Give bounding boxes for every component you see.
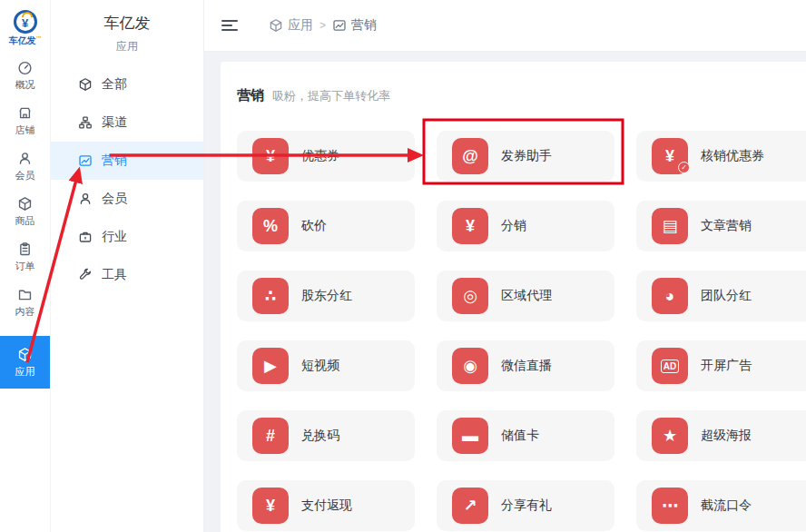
app-card-12[interactable]: AD开屏广告 [636, 340, 806, 391]
value-card-icon: ▬ [452, 418, 488, 454]
app-card-8[interactable]: ◎区域代理 [437, 271, 614, 321]
cube-icon [269, 18, 283, 33]
network-icon [78, 115, 93, 130]
breadcrumb-label: 应用 [288, 17, 313, 34]
topbar: 应用>营销 [204, 0, 806, 52]
breadcrumb-item-2[interactable]: 营销 [332, 17, 377, 34]
chart-icon [78, 153, 93, 168]
cube-icon [17, 196, 33, 212]
price-tag-icon: % [252, 208, 289, 244]
app-card-15[interactable]: ★超级海报 [636, 410, 806, 461]
coupon-verify-icon: ¥✓ [652, 138, 688, 174]
sidebar-item-6[interactable]: 工具 [51, 256, 203, 294]
cashback-icon: ¥ [252, 488, 289, 524]
live-stream-icon: ◉ [452, 348, 488, 384]
sidebar-title: 车亿发 [51, 13, 203, 34]
pie-chart-icon: ◕ [652, 278, 688, 314]
section-header: 营销 吸粉，提高下单转化率 [237, 87, 806, 104]
app-card-label: 分销 [501, 218, 526, 234]
rail-item-5[interactable]: 订单 [0, 234, 50, 280]
rail-item-7[interactable]: 应用 [0, 336, 50, 389]
app-card-10[interactable]: ▶短视频 [237, 340, 415, 391]
app-card-label: 兑换码 [301, 428, 339, 444]
person-icon [17, 151, 33, 166]
app-card-18[interactable]: ⋯截流口令 [636, 480, 806, 531]
rail-item-3[interactable]: 会员 [0, 143, 50, 189]
app-card-3[interactable]: ¥✓核销优惠券 [636, 131, 806, 182]
chat-code-icon: ⋯ [652, 488, 688, 524]
app-card-9[interactable]: ◕团队分红 [636, 271, 806, 321]
sidebar-item-label: 行业 [102, 229, 127, 245]
section-title: 营销 [237, 87, 264, 104]
sidebar-item-label: 营销 [102, 153, 127, 169]
app-card-7[interactable]: ∴股东分红 [237, 271, 415, 321]
sidebar-item-2[interactable]: 渠道 [51, 103, 203, 142]
article-icon: ▤ [652, 208, 688, 244]
clipboard-icon [17, 241, 33, 257]
brand-logo-icon: ¥ [14, 10, 37, 34]
sidebar-item-label: 全部 [102, 76, 127, 93]
rail-item-label: 商品 [15, 214, 35, 228]
icon-rail: ¥ 车亿发™ 概况店铺会员商品订单内容应用 [0, 0, 51, 532]
brand-logo[interactable]: ¥ 车亿发™ [0, 0, 50, 53]
app-card-17[interactable]: ↗分享有礼 [437, 480, 614, 531]
sidebar-item-4[interactable]: 会员 [51, 180, 203, 218]
content-panel: 营销 吸粉，提高下单转化率 ¥优惠券@发券助手¥✓核销优惠券%砍价¥分销▤文章营… [221, 62, 806, 532]
app-card-1[interactable]: ¥优惠券 [237, 131, 415, 182]
rail-item-label: 订单 [15, 260, 35, 273]
app-card-5[interactable]: ¥分销 [437, 201, 614, 251]
app-card-label: 优惠券 [301, 148, 339, 164]
cube-icon [78, 77, 93, 92]
app-card-label: 开屏广告 [701, 358, 752, 374]
app-card-14[interactable]: ▬储值卡 [437, 410, 614, 461]
rail-item-2[interactable]: 店铺 [0, 98, 50, 143]
app-card-label: 微信直播 [501, 358, 552, 374]
sidebar-item-3[interactable]: 营销 [51, 142, 203, 180]
app-card-13[interactable]: #兑换码 [237, 410, 415, 461]
app-card-4[interactable]: %砍价 [237, 201, 415, 251]
hand-coins-icon: ∴ [252, 278, 289, 314]
coupon-send-icon: @ [452, 138, 488, 174]
app-grid: ¥优惠券@发券助手¥✓核销优惠券%砍价¥分销▤文章营销∴股东分红◎区域代理◕团队… [237, 131, 806, 531]
app-card-label: 文章营销 [701, 218, 752, 234]
rail-item-label: 店铺 [15, 123, 35, 137]
person-icon [78, 192, 93, 206]
app-card-2[interactable]: @发券助手 [437, 131, 614, 182]
sidebar-item-label: 渠道 [102, 114, 127, 131]
rail-item-6[interactable]: 内容 [0, 280, 50, 325]
app-card-label: 股东分红 [301, 288, 352, 304]
rail-item-label: 会员 [15, 169, 35, 182]
app-card-label: 砍价 [301, 218, 327, 234]
rail-item-label: 概况 [15, 78, 35, 92]
coin-stack-icon: ◎ [452, 278, 488, 314]
app-card-16[interactable]: ¥支付返现 [237, 480, 415, 531]
sidebar-item-5[interactable]: 行业 [51, 218, 203, 256]
app-card-label: 核销优惠券 [701, 148, 764, 164]
app-card-label: 发券助手 [501, 148, 552, 164]
sidebar-item-label: 会员 [102, 191, 127, 207]
secondary-sidebar: 车亿发 应用 全部渠道营销会员行业工具 [51, 0, 204, 532]
store-icon [17, 105, 33, 121]
app-card-6[interactable]: ▤文章营销 [636, 201, 806, 251]
page-background: 营销 吸粉，提高下单转化率 ¥优惠券@发券助手¥✓核销优惠券%砍价¥分销▤文章营… [204, 52, 806, 532]
collapse-menu-icon[interactable] [221, 18, 238, 33]
breadcrumb-item-1[interactable]: 应用 [269, 17, 313, 34]
app-card-label: 区域代理 [501, 288, 552, 304]
coupon-icon: ¥ [252, 138, 289, 174]
folder-icon [17, 287, 33, 302]
app-card-11[interactable]: ◉微信直播 [437, 340, 614, 391]
cube-icon [17, 347, 33, 362]
sidebar-item-1[interactable]: 全部 [51, 65, 203, 103]
rail-item-4[interactable]: 商品 [0, 189, 50, 234]
breadcrumb: 应用>营销 [269, 17, 377, 34]
video-camera-icon: ▶ [252, 348, 289, 384]
check-badge-icon: ✓ [678, 162, 690, 173]
briefcase-icon [78, 230, 93, 244]
app-card-label: 支付返现 [301, 498, 352, 514]
sidebar-header: 车亿发 应用 [51, 0, 203, 54]
app-card-label: 截流口令 [701, 498, 752, 514]
rail-item-1[interactable]: 概况 [0, 53, 50, 98]
rail-item-label: 内容 [15, 305, 35, 319]
brand-name: 车亿发™ [9, 34, 42, 47]
poster-star-icon: ★ [652, 418, 688, 454]
